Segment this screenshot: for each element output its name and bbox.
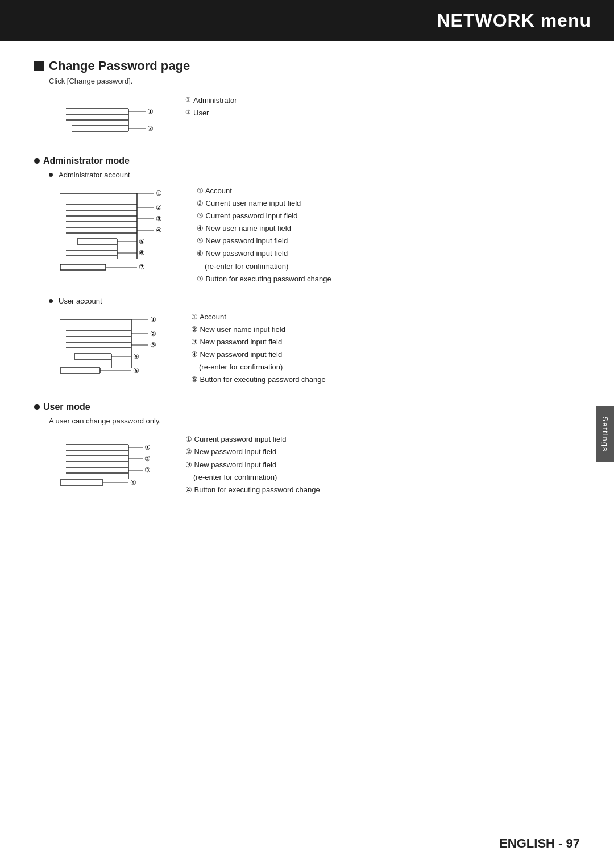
user-mode-svg: ① ② ③ ④: [49, 433, 163, 496]
top-diagram: ① ②: [49, 94, 163, 140]
user-mode-diagram-row: ① ② ③ ④: [49, 433, 580, 496]
svg-text:③: ③: [156, 215, 162, 223]
legend-admin-6b: (re-enter for confirmation): [197, 260, 331, 273]
legend-um-3b: (re-enter for confirmation): [185, 471, 320, 484]
svg-text:②: ②: [156, 203, 162, 211]
user-mode-title-text: User mode: [43, 402, 90, 412]
svg-text:④: ④: [156, 226, 162, 234]
admin-account-svg: ① ② ③ ④: [49, 185, 174, 276]
legend-admin-2: ② Current user name input field: [197, 197, 331, 210]
user-account-legend-list: ① Account ② New user name input field ③ …: [191, 311, 326, 387]
legend-admin-4: ④ New user name input field: [197, 222, 331, 235]
legend-item-2: ② User: [185, 107, 237, 119]
admin-mode-section: Administrator mode Administrator account…: [34, 156, 580, 386]
instruction-text: Click [Change password].: [49, 77, 580, 85]
legend-um-4: ④ Button for executing password change: [185, 484, 320, 496]
svg-text:①: ①: [156, 189, 162, 197]
admin-account-label-text: Administrator account: [59, 171, 130, 179]
legend-um-2: ② New password input field: [185, 446, 320, 458]
user-account-legend: ① Account ② New user name input field ③ …: [191, 311, 326, 387]
user-mode-section: User mode A user can change password onl…: [34, 402, 580, 496]
legend-user-2: ② New user name input field: [191, 323, 326, 336]
legend-user-4: ④ New password input field: [191, 348, 326, 361]
admin-account-diagram: ① ② ③ ④: [49, 185, 174, 276]
legend-um-3: ③ New password input field: [185, 459, 320, 471]
page-header: NETWORK menu: [0, 0, 614, 41]
legend-user-5: ⑤ Button for executing password change: [191, 373, 326, 386]
bullet-dot-user-icon: [49, 299, 53, 303]
side-tab: Settings: [596, 406, 614, 462]
svg-text:③: ③: [144, 466, 151, 474]
top-legend: ① Administrator ② User: [185, 94, 237, 119]
legend-admin-1: ① Account: [197, 185, 331, 197]
section-title: Change Password page: [34, 59, 580, 73]
main-content: Change Password page Click [Change passw…: [0, 41, 614, 558]
legend-um-1: ① Current password input field: [185, 433, 320, 446]
user-mode-note: A user can change password only.: [49, 417, 580, 425]
legend-user-4b: (re-enter for confirmation): [191, 361, 326, 373]
svg-text:①: ①: [150, 315, 156, 323]
user-account-diagram: ① ② ③ ④: [49, 311, 168, 379]
admin-account-legend: ① Account ② Current user name input fiel…: [197, 185, 331, 285]
admin-account-legend-list: ① Account ② Current user name input fiel…: [197, 185, 331, 285]
legend-admin-7: ⑦ Button for executing password change: [197, 273, 331, 285]
user-mode-legend-list: ① Current password input field ② New pas…: [185, 433, 320, 496]
user-mode-legend: ① Current password input field ② New pas…: [185, 433, 320, 496]
user-mode-title: User mode: [34, 402, 580, 412]
legend-admin-5: ⑤ New password input field: [197, 235, 331, 247]
svg-text:①: ①: [144, 443, 151, 451]
bullet-dot-icon: [49, 173, 53, 177]
legend-user-1: ① Account: [191, 311, 326, 323]
legend-admin-3: ③ Current password input field: [197, 210, 331, 222]
user-account-label-text: User account: [59, 297, 102, 305]
page-title-text: Change Password page: [49, 59, 190, 73]
black-square-icon: [34, 61, 44, 71]
user-account-diagram-row: ① ② ③ ④: [49, 311, 580, 387]
user-account-svg: ① ② ③ ④: [49, 311, 168, 379]
svg-text:④: ④: [133, 352, 139, 360]
svg-text:④: ④: [130, 479, 136, 487]
top-legend-list: ① Administrator ② User: [185, 94, 237, 119]
bullet-circle-icon: [34, 158, 40, 164]
admin-account-diagram-row: ① ② ③ ④: [49, 185, 580, 285]
svg-text:⑤: ⑤: [133, 367, 139, 375]
user-mode-diagram: ① ② ③ ④: [49, 433, 163, 496]
svg-text:②: ②: [147, 124, 154, 132]
svg-text:②: ②: [144, 455, 151, 463]
footer-text: ENGLISH - 97: [499, 836, 580, 851]
svg-text:⑥: ⑥: [139, 249, 145, 257]
bullet-circle-user-icon: [34, 404, 40, 410]
admin-mode-title-text: Administrator mode: [43, 156, 130, 166]
svg-text:⑦: ⑦: [139, 263, 145, 271]
user-account-label: User account: [49, 297, 580, 305]
admin-account-label: Administrator account: [49, 171, 580, 179]
top-diagram-row: ① ② ① Administrator ②: [49, 94, 580, 140]
top-diagram-svg: ① ②: [49, 94, 163, 140]
svg-text:②: ②: [150, 330, 156, 338]
admin-mode-title: Administrator mode: [34, 156, 580, 166]
legend-item-1: ① Administrator: [185, 94, 237, 107]
svg-text:⑤: ⑤: [139, 238, 145, 246]
side-tab-label: Settings: [601, 416, 609, 452]
legend-admin-6: ⑥ New password input field: [197, 247, 331, 260]
change-password-section: Change Password page Click [Change passw…: [34, 59, 580, 140]
svg-text:①: ①: [147, 107, 154, 115]
legend-user-3: ③ New password input field: [191, 336, 326, 348]
header-title: NETWORK menu: [437, 10, 591, 31]
svg-text:③: ③: [150, 341, 156, 349]
